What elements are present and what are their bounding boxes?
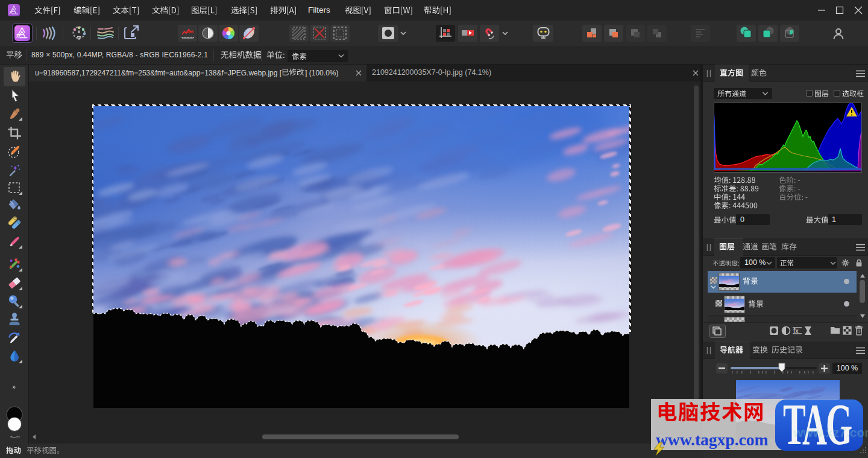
svg-text:fx: fx	[793, 328, 799, 334]
